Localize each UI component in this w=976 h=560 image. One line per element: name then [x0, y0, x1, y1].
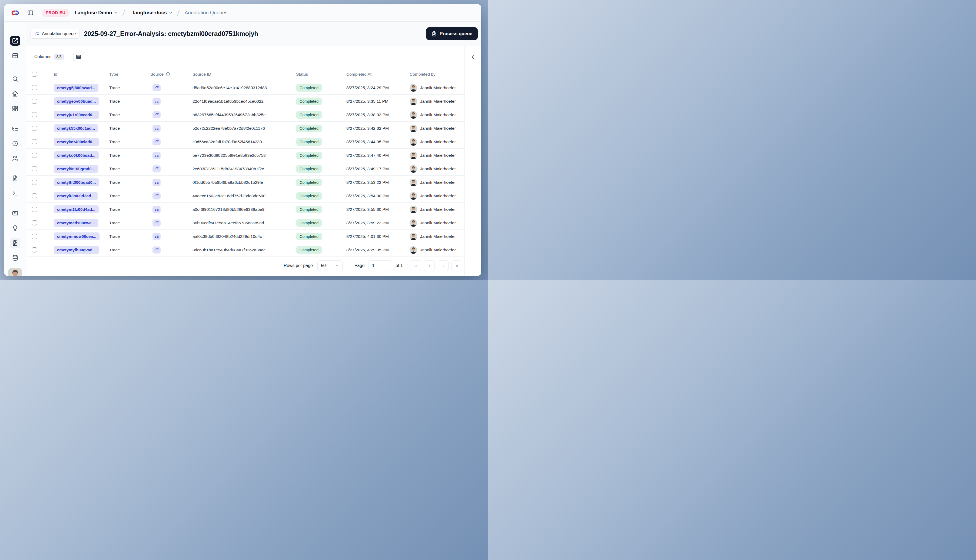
row-height-button[interactable]: [73, 52, 84, 62]
source-trace-button[interactable]: [152, 179, 160, 186]
completed-at-cell: 8/27/2025, 3:24:29 PM: [342, 85, 405, 90]
list-tree-icon: [154, 112, 159, 117]
source-trace-button[interactable]: [152, 233, 160, 240]
item-id-badge[interactable]: cmetylht300bqad0...: [54, 178, 99, 186]
user-avatar-button[interactable]: [8, 268, 22, 276]
source-trace-button[interactable]: [152, 138, 160, 145]
row-checkbox[interactable]: [32, 98, 37, 104]
avatar: [410, 111, 417, 118]
sidebar-item-prompts[interactable]: [10, 173, 20, 183]
table-row[interactable]: cmetym2fz00d4ad... Trace a0df3f901167218…: [26, 203, 464, 216]
page-number-input[interactable]: [368, 260, 392, 271]
last-page-button[interactable]: »: [452, 260, 462, 271]
first-page-button[interactable]: «: [410, 260, 421, 271]
sidebar-item-evaluation[interactable]: [10, 208, 20, 218]
table-row[interactable]: cmetyju1r00ccad0... Trace b63297665cfd44…: [26, 108, 464, 122]
list-tree-icon: [154, 220, 159, 225]
table-row[interactable]: cmetyko0k00bsad... Trace be7723e30d80205…: [26, 148, 464, 162]
table-header-row: Id Type Source Source ID Status Complete…: [26, 68, 464, 81]
status-badge: Completed: [296, 219, 322, 227]
sidebar-item-search[interactable]: [10, 74, 20, 84]
completed-by-name: Jannik Maierhoefer: [420, 153, 456, 158]
info-icon[interactable]: [166, 72, 170, 77]
sidebar-item-annotation-queues[interactable]: [10, 238, 20, 248]
table-row[interactable]: cmetyg5j800bwad... Trace d5ad9d52a00c6e1…: [26, 81, 464, 95]
row-checkbox[interactable]: [32, 166, 37, 172]
item-id-badge[interactable]: cmetymyfb00gvad...: [54, 246, 99, 254]
table-row[interactable]: cmetyl5r100grad0... Trace 2e603f31361115…: [26, 162, 464, 176]
app-window: PROD-EU Langfuse Demo langfuse-docs Anno…: [4, 4, 481, 276]
row-checkbox[interactable]: [32, 139, 37, 144]
select-all-checkbox[interactable]: [32, 72, 37, 77]
row-checkbox[interactable]: [32, 193, 37, 198]
list-tree-icon: [154, 140, 159, 144]
row-checkbox[interactable]: [32, 234, 37, 239]
next-page-button[interactable]: ›: [438, 260, 449, 271]
org-switcher[interactable]: Langfuse Demo: [75, 10, 118, 16]
source-trace-button[interactable]: [152, 125, 160, 132]
row-checkbox[interactable]: [32, 85, 37, 90]
columns-button[interactable]: Columns 8/8: [30, 52, 68, 62]
page-header: Annotation queue 2025-09-27_Error-Analys…: [26, 22, 481, 46]
table-row[interactable]: cmetymyfb00gvad... Trace 8dc69b1ba1e540b…: [26, 243, 464, 257]
list-tree-icon: [154, 85, 159, 90]
item-id-badge[interactable]: cmetymmuw00cea...: [54, 232, 100, 240]
sidebar-item-users[interactable]: [10, 153, 20, 163]
row-checkbox[interactable]: [32, 112, 37, 117]
item-id-badge[interactable]: cmetygeov00buad...: [54, 97, 99, 105]
source-trace-button[interactable]: [152, 84, 160, 92]
item-id-badge[interactable]: cmetyl5r100grad0...: [54, 165, 98, 173]
table-row[interactable]: cmetykdr400ciad0... Trace c9d56ca32efaff…: [26, 135, 464, 148]
source-id-cell: 22c41f09acae5b1ef859bcec45ce0022: [187, 99, 290, 104]
sidebar-item-playground[interactable]: [10, 188, 20, 198]
table-row[interactable]: cmetylht300bqad0... Trace 0f1dd65b7bb9bf…: [26, 176, 464, 189]
page-of-label: of 1: [395, 263, 403, 268]
process-queue-button[interactable]: Process queue: [426, 27, 478, 40]
previous-page-button[interactable]: ‹: [424, 260, 435, 271]
table-row[interactable]: cmetymeds00cwa... Trace 36b90cdfc47e5da1…: [26, 216, 464, 230]
sidebar-item-tracing[interactable]: [10, 124, 20, 133]
row-checkbox[interactable]: [32, 247, 37, 252]
table-row[interactable]: cmetylt3m00d2ad... Trace 4aaece1603cb2e1…: [26, 189, 464, 203]
item-id-badge[interactable]: cmetyju1r00ccad0...: [54, 111, 99, 118]
source-trace-button[interactable]: [152, 98, 160, 105]
sidebar-item-sessions[interactable]: [10, 138, 20, 148]
item-id-badge[interactable]: cmetylt3m00d2ad...: [54, 192, 98, 200]
row-checkbox[interactable]: [32, 207, 37, 212]
item-id-badge[interactable]: cmetykdr400ciad0...: [54, 138, 99, 146]
source-trace-button[interactable]: [152, 112, 160, 118]
chevron-down-icon: [114, 11, 118, 15]
sidebar-item-datasets[interactable]: [10, 253, 20, 263]
completed-at-cell: 8/27/2025, 3:35:11 PM: [342, 99, 405, 104]
source-trace-button[interactable]: [152, 152, 160, 159]
rows-per-page-value: 50: [321, 263, 326, 268]
sidebar-item-dashboards[interactable]: [10, 104, 20, 113]
row-checkbox[interactable]: [32, 126, 37, 131]
source-trace-button[interactable]: [152, 247, 160, 253]
sidebar-item-open-external[interactable]: [10, 36, 20, 46]
completed-by-name: Jannik Maierhoefer: [420, 207, 456, 212]
sidebar-item-tables[interactable]: [10, 51, 20, 60]
sidebar-item-home[interactable]: [10, 89, 20, 98]
source-trace-button[interactable]: [152, 206, 160, 213]
item-id-badge[interactable]: cmetym2fz00d4ad...: [54, 205, 99, 213]
sidebar-item-insights[interactable]: [10, 223, 20, 233]
row-checkbox[interactable]: [32, 153, 37, 158]
rows-per-page-select[interactable]: 50: [317, 260, 342, 271]
project-switcher[interactable]: langfuse-docs: [133, 10, 173, 16]
table-row[interactable]: cmetygeov00buad... Trace 22c41f09acae5b1…: [26, 95, 464, 108]
row-checkbox[interactable]: [32, 220, 37, 225]
item-id-badge[interactable]: cmetyk55x00c1ad...: [54, 124, 98, 132]
table-row[interactable]: cmetymmuw00cea... Trace aaf0c38db0f3f204…: [26, 230, 464, 243]
item-id-badge[interactable]: cmetyko0k00bsad...: [54, 152, 99, 159]
source-trace-button[interactable]: [152, 220, 160, 227]
source-trace-button[interactable]: [152, 165, 160, 172]
sidebar-toggle-button[interactable]: [26, 8, 35, 17]
item-id-badge[interactable]: cmetyg5j800bwad...: [54, 84, 98, 92]
row-checkbox[interactable]: [32, 180, 37, 185]
source-trace-button[interactable]: [152, 192, 160, 200]
table-row[interactable]: cmetyk55x00c1ad... Trace 52c72c2222ea78e…: [26, 122, 464, 135]
collapse-panel-button[interactable]: [469, 52, 478, 62]
type-cell: Trace: [109, 248, 148, 252]
item-id-badge[interactable]: cmetymeds00cwa...: [54, 219, 98, 227]
